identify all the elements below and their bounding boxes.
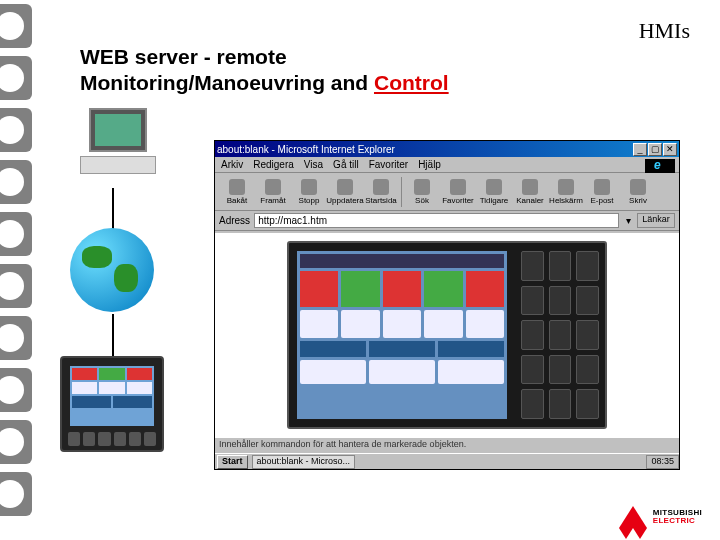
logo-text: MITSUBISHI ELECTRIC [653,509,702,525]
hmi-keypad [515,243,605,427]
menu-item[interactable]: Hjälp [418,159,441,170]
globe-icon [70,228,154,312]
search-button[interactable]: Sök [404,175,440,209]
mitsubishi-logo-icon [619,506,647,528]
channels-icon [522,179,538,195]
mitsubishi-logo: MITSUBISHI ELECTRIC [619,506,702,528]
hmi-panel [287,241,607,429]
titlebar[interactable]: about:blank - Microsoft Internet Explore… [215,141,679,157]
dropdown-icon[interactable]: ▾ [623,215,633,226]
menu-item[interactable]: Gå till [333,159,359,170]
maximize-button[interactable]: ▢ [648,143,662,156]
minimize-button[interactable]: _ [633,143,647,156]
connector-line [112,188,114,230]
menu-item[interactable]: Redigera [253,159,294,170]
title-line2b: Control [374,71,449,94]
browser-viewport [215,233,679,437]
hmi-device-illustration [60,356,164,452]
refresh-button[interactable]: Uppdatera [327,175,363,209]
fullscreen-button[interactable]: Helskärm [548,175,584,209]
address-label: Adress [219,215,250,226]
forward-button[interactable]: Framåt [255,175,291,209]
fullscreen-icon [558,179,574,195]
status-bar: Innehåller kommandon för att hantera de … [215,437,679,453]
slide-title: WEB server - remote Monitoring/Manoeuvri… [80,44,449,97]
menu-item[interactable]: Arkiv [221,159,243,170]
mail-button[interactable]: E-post [584,175,620,209]
refresh-icon [337,179,353,195]
history-button[interactable]: Tidigare [476,175,512,209]
print-button[interactable]: Skriv [620,175,656,209]
channels-button[interactable]: Kanaler [512,175,548,209]
home-button[interactable]: Startsida [363,175,399,209]
address-input[interactable] [254,213,619,228]
close-button[interactable]: ✕ [663,143,677,156]
connector-line [112,314,114,356]
favorites-button[interactable]: Favoriter [440,175,476,209]
taskbar-item[interactable]: about:blank - Microso... [252,455,356,469]
window-title: about:blank - Microsoft Internet Explore… [217,144,632,155]
home-icon [373,179,389,195]
star-icon [450,179,466,195]
hmi-screen [297,251,507,419]
taskbar: Start about:blank - Microso... 08:35 [215,453,679,469]
back-button[interactable]: Bakåt [219,175,255,209]
system-tray-clock: 08:35 [646,455,679,469]
print-icon [630,179,646,195]
address-bar: Adress ▾ Länkar [215,211,679,231]
start-button[interactable]: Start [217,455,248,469]
pc-base-icon [80,156,156,174]
pc-illustration [68,108,168,188]
gear-decoration-strip [0,0,40,540]
ie-logo-icon [645,159,675,173]
stop-icon [301,179,317,195]
title-line2a: Monitoring/Manoeuvring and [80,71,374,94]
mail-icon [594,179,610,195]
menu-item[interactable]: Visa [304,159,323,170]
browser-window: about:blank - Microsoft Internet Explore… [214,140,680,470]
search-icon [414,179,430,195]
menubar: Arkiv Redigera Visa Gå till Favoriter Hj… [215,157,679,173]
menu-item[interactable]: Favoriter [369,159,408,170]
back-icon [229,179,245,195]
title-line1: WEB server - remote [80,45,287,68]
links-button[interactable]: Länkar [637,213,675,228]
forward-icon [265,179,281,195]
monitor-icon [89,108,147,152]
header-category: HMIs [639,18,690,44]
toolbar: Bakåt Framåt Stopp Uppdatera Startsida S… [215,173,679,211]
stop-button[interactable]: Stopp [291,175,327,209]
history-icon [486,179,502,195]
